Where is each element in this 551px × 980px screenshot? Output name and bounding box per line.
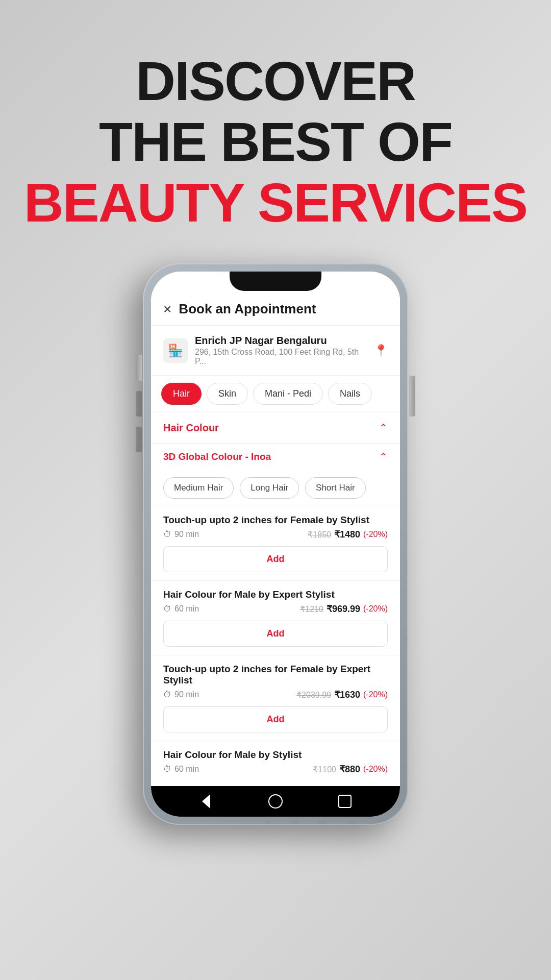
app-header: × Book an Appointment [151,291,400,326]
category-tabs: Hair Skin Mani - Pedi Nails [151,376,400,412]
bottom-navigation [151,786,400,817]
hair-option-long[interactable]: Long Hair [240,477,299,499]
page-wrapper: DISCOVER THE BEST OF BEAUTY SERVICES × B… [0,0,551,980]
tab-mani-pedi[interactable]: Mani - Pedi [253,383,323,405]
price-original-3: ₹2039.99 [296,690,331,700]
hero-line1: DISCOVER [24,51,527,112]
subsection-chevron-icon: ⌃ [379,451,388,463]
phone-inner: × Book an Appointment 🏪 Enrich JP Nagar … [151,272,400,817]
app-title: Book an Appointment [179,301,316,317]
phone-frame: × Book an Appointment 🏪 Enrich JP Nagar … [143,263,408,825]
hero-line3: BEAUTY SERVICES [24,173,527,233]
hero-section: DISCOVER THE BEST OF BEAUTY SERVICES [24,51,527,233]
service-price-3: ₹2039.99 ₹1630 (-20%) [296,689,388,700]
service-name-4: Hair Colour for Male by Stylist [163,749,388,761]
location-icon[interactable]: 📍 [374,344,388,357]
price-discount-2: (-20%) [363,604,388,614]
clock-icon-2: ⏱ [163,604,171,614]
service-meta-2: ⏱ 60 min ₹1210 ₹969.99 (-20%) [163,603,388,615]
tab-skin[interactable]: Skin [207,383,248,405]
service-duration-1: ⏱ 90 min [163,530,199,539]
price-original-1: ₹1850 [308,530,331,540]
price-discount-1: (-20%) [363,530,388,539]
price-original-2: ₹1210 [300,604,323,614]
phone-mockup: × Book an Appointment 🏪 Enrich JP Nagar … [143,263,408,825]
service-name-1: Touch-up upto 2 inches for Female by Sty… [163,514,388,526]
service-name-2: Hair Colour for Male by Expert Stylist [163,589,388,600]
hero-line2: THE BEST OF [24,112,527,173]
phone-notch [230,272,321,291]
salon-address: 296, 15th Cross Road, 100 Feet Ring Rd, … [195,348,367,366]
subsection-title: 3D Global Colour - Inoa [163,451,271,462]
chevron-up-icon: ⌃ [379,422,388,434]
service-meta-4: ⏱ 60 min ₹1100 ₹880 (-20%) [163,764,388,775]
service-item-3: Touch-up upto 2 inches for Female by Exp… [151,655,400,741]
price-discount-3: (-20%) [363,690,388,699]
add-button-1[interactable]: Add [163,546,388,572]
service-duration-2: ⏱ 60 min [163,604,199,614]
service-price-2: ₹1210 ₹969.99 (-20%) [300,603,388,615]
price-current-1: ₹1480 [334,529,360,540]
price-current-2: ₹969.99 [327,603,360,615]
recent-square-icon [338,795,352,808]
service-name-3: Touch-up upto 2 inches for Female by Exp… [163,664,388,686]
price-current-3: ₹1630 [334,689,360,700]
service-price-4: ₹1100 ₹880 (-20%) [313,764,388,775]
section-header[interactable]: Hair Colour ⌃ [151,412,400,443]
service-item-4: Hair Colour for Male by Stylist ⏱ 60 min… [151,741,400,789]
salon-icon: 🏪 [163,338,188,363]
service-duration-4: ⏱ 60 min [163,765,199,774]
price-discount-4: (-20%) [363,765,388,774]
add-button-3[interactable]: Add [163,706,388,732]
service-item-1: Touch-up upto 2 inches for Female by Sty… [151,506,400,580]
salon-info: 🏪 Enrich JP Nagar Bengaluru 296, 15th Cr… [151,326,400,376]
service-meta-3: ⏱ 90 min ₹2039.99 ₹1630 (-20%) [163,689,388,700]
nav-back-button[interactable] [198,793,214,810]
price-current-4: ₹880 [339,764,360,775]
nav-recent-button[interactable] [337,793,353,810]
add-button-2[interactable]: Add [163,621,388,647]
subsection-header[interactable]: 3D Global Colour - Inoa ⌃ [151,443,400,470]
clock-icon-3: ⏱ [163,690,171,699]
screen-content: × Book an Appointment 🏪 Enrich JP Nagar … [151,291,400,817]
hair-option-medium[interactable]: Medium Hair [163,477,234,499]
hair-length-options: Medium Hair Long Hair Short Hair [151,470,400,506]
hair-option-short[interactable]: Short Hair [305,477,366,499]
service-meta-1: ⏱ 90 min ₹1850 ₹1480 (-20%) [163,529,388,540]
section-title: Hair Colour [163,422,219,434]
tab-hair[interactable]: Hair [161,383,202,405]
home-circle-icon [268,794,283,808]
service-item-2: Hair Colour for Male by Expert Stylist ⏱… [151,580,400,655]
salon-name: Enrich JP Nagar Bengaluru [195,335,367,347]
tab-nails[interactable]: Nails [328,383,372,405]
service-duration-3: ⏱ 90 min [163,690,199,699]
salon-details: Enrich JP Nagar Bengaluru 296, 15th Cros… [195,335,367,366]
back-triangle-icon [202,794,210,808]
clock-icon-1: ⏱ [163,530,171,539]
close-button[interactable]: × [163,302,171,316]
nav-home-button[interactable] [267,793,284,810]
price-original-4: ₹1100 [313,765,336,774]
clock-icon-4: ⏱ [163,765,171,774]
service-price-1: ₹1850 ₹1480 (-20%) [308,529,388,540]
